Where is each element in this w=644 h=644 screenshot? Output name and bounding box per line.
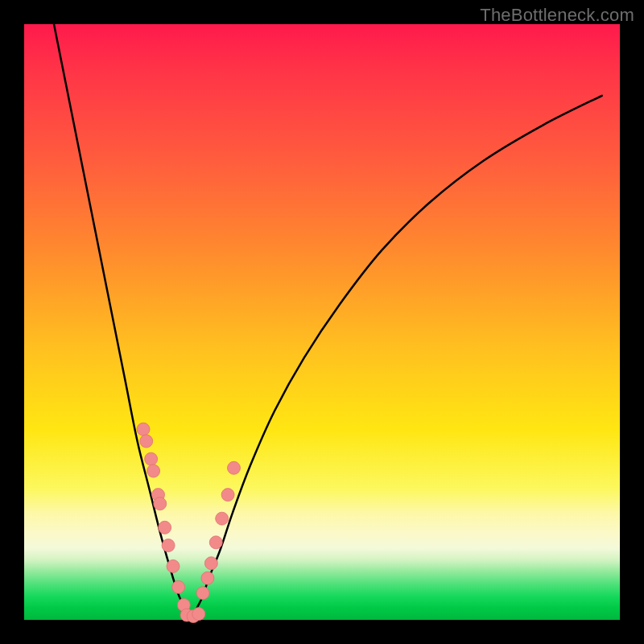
data-dot bbox=[162, 539, 175, 552]
data-dot bbox=[216, 512, 229, 525]
data-dot bbox=[196, 587, 209, 600]
data-dot bbox=[159, 521, 171, 534]
watermark-text: TheBottleneck.com bbox=[480, 5, 634, 26]
data-dot bbox=[172, 580, 185, 593]
data-dot bbox=[227, 461, 240, 474]
data-dots-group bbox=[137, 423, 240, 622]
plot-area bbox=[24, 24, 620, 620]
data-dot bbox=[221, 489, 234, 502]
data-dot bbox=[140, 435, 153, 448]
chart-frame: TheBottleneck.com bbox=[0, 0, 644, 644]
data-dot bbox=[154, 497, 167, 510]
chart-svg bbox=[24, 24, 620, 620]
data-dot bbox=[201, 572, 214, 584]
data-dot bbox=[137, 423, 150, 436]
data-dot bbox=[145, 452, 158, 465]
data-dot bbox=[209, 536, 222, 549]
right-curve bbox=[191, 96, 602, 620]
data-dot bbox=[204, 557, 217, 570]
data-dot bbox=[167, 559, 180, 572]
data-dot bbox=[147, 464, 160, 477]
data-dot bbox=[192, 608, 205, 621]
